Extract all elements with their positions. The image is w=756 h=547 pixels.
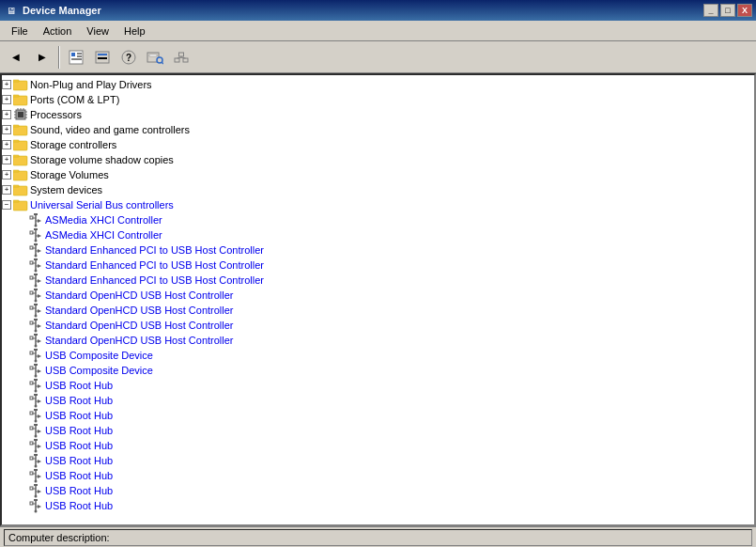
folder-icon [13,197,28,212]
tree-item[interactable]: USB Composite Device [2,348,754,363]
tree-panel[interactable]: + Non-Plug and Play Drivers+ Ports (COM … [0,73,756,526]
svg-rect-117 [34,364,38,366]
tree-expand-btn[interactable]: + [2,95,11,104]
svg-rect-14 [175,58,179,62]
svg-rect-40 [13,155,19,157]
svg-rect-68 [34,258,38,260]
svg-rect-103 [34,334,38,336]
window-title: Device Manager [23,5,101,16]
menu-item-help[interactable]: Help [116,23,153,39]
update-button[interactable] [90,45,115,70]
svg-rect-106 [30,336,33,339]
svg-rect-64 [30,246,33,249]
tree-item[interactable]: USB Root Hub [2,408,754,423]
properties-button[interactable] [64,45,88,70]
tree-item[interactable]: USB Root Hub [2,393,754,408]
tree-item-label: USB Composite Device [45,350,153,361]
minimize-button[interactable]: _ [703,4,718,17]
tree-item[interactable]: USB Root Hub [2,453,754,468]
tree-expand-btn[interactable]: − [2,200,11,210]
tree-item[interactable]: ASMedia XHCI Controller [2,212,754,227]
svg-marker-66 [38,249,41,253]
tree-expand-btn[interactable]: + [2,140,11,149]
svg-rect-57 [30,231,33,234]
tree-expand-btn[interactable]: + [2,80,11,89]
tree-item[interactable]: USB Root Hub [2,423,754,438]
help-icon: ? [120,49,137,66]
tree-item-label: Standard Enhanced PCI to USB Host Contro… [45,274,264,286]
svg-rect-22 [13,96,27,105]
svg-rect-35 [13,126,27,135]
svg-rect-180 [34,499,38,501]
tree-item[interactable]: + Non-Plug and Play Drivers [2,77,754,92]
tree-item[interactable]: USB Root Hub [2,483,754,498]
svg-rect-162 [30,457,33,460]
tree-item[interactable]: USB Composite Device [2,363,754,378]
svg-rect-124 [34,379,38,381]
svg-rect-155 [30,442,33,445]
tree-item[interactable]: + Storage volume shadow copies [2,152,754,167]
tree-item[interactable]: + Storage controllers [2,137,754,152]
tree-item[interactable]: Standard Enhanced PCI to USB Host Contro… [2,242,754,258]
close-button[interactable]: X [737,4,752,17]
menu-item-action[interactable]: Action [36,23,80,39]
tree-item[interactable]: + Storage Volumes [2,167,754,182]
tree-expand-btn[interactable]: + [2,110,11,119]
usb-icon [28,498,43,513]
back-button[interactable]: ◀ [4,45,28,70]
tree-item-label: USB Root Hub [45,425,113,436]
svg-rect-120 [30,367,33,369]
usb-icon [28,273,43,288]
tree-item[interactable]: + System devices [2,182,754,197]
svg-rect-159 [34,454,38,456]
help-button[interactable]: ? [116,45,141,70]
svg-marker-108 [38,339,41,343]
tree-expand-btn[interactable]: + [2,170,11,180]
tree-item[interactable]: Standard OpenHCD USB Host Controller [2,303,754,318]
tree-item[interactable]: Standard OpenHCD USB Host Controller [2,333,754,348]
tree-expand-btn[interactable]: + [2,185,11,195]
svg-rect-71 [30,261,33,264]
tree-item[interactable]: Standard Enhanced PCI to USB Host Contro… [2,258,754,273]
svg-rect-6 [98,54,107,55]
svg-marker-80 [38,279,41,283]
tree-item[interactable]: Standard Enhanced PCI to USB Host Contro… [2,273,754,288]
usb-icon [28,378,43,393]
tree-item[interactable]: USB Root Hub [2,378,754,393]
tree-item-label: Non-Plug and Play Drivers [30,79,152,90]
folder-icon [13,122,28,137]
status-bar: Computer description: [0,526,756,547]
svg-marker-178 [38,490,41,493]
main-area: + Non-Plug and Play Drivers+ Ports (COM … [0,73,756,526]
tree-item[interactable]: USB Root Hub [2,498,754,513]
maximize-button[interactable]: □ [720,4,735,17]
svg-rect-7 [98,57,107,59]
svg-rect-96 [34,319,38,320]
tree-item[interactable]: Standard OpenHCD USB Host Controller [2,318,754,333]
tree-expand-btn[interactable]: + [2,155,11,164]
svg-rect-44 [13,185,19,187]
tree-item[interactable]: Standard OpenHCD USB Host Controller [2,288,754,303]
network-button[interactable] [169,45,193,70]
svg-rect-39 [13,156,27,165]
tree-item-label: USB Root Hub [45,380,113,391]
svg-marker-59 [38,234,41,238]
tree-item[interactable]: USB Root Hub [2,468,754,483]
svg-rect-145 [34,424,38,426]
tree-item[interactable]: + Processors [2,107,754,122]
tree-item[interactable]: + Ports (COM & LPT) [2,92,754,107]
tree-item[interactable]: − Universal Serial Bus controllers [2,197,754,212]
tree-expand-btn[interactable]: + [2,125,11,134]
forward-button[interactable]: ▶ [30,45,54,70]
tree-item[interactable]: USB Root Hub [2,438,754,453]
tree-item-label: USB Composite Device [45,365,153,376]
tree-item[interactable]: ASMedia XHCI Controller [2,227,754,242]
network-icon [173,49,190,66]
svg-rect-148 [30,427,33,430]
update-icon [94,49,111,66]
menu-item-file[interactable]: File [4,23,36,39]
tree-item[interactable]: + Sound, video and game controllers [2,122,754,137]
menu-item-view[interactable]: View [79,23,116,39]
svg-rect-183 [30,502,33,505]
scan-button[interactable] [143,45,167,70]
